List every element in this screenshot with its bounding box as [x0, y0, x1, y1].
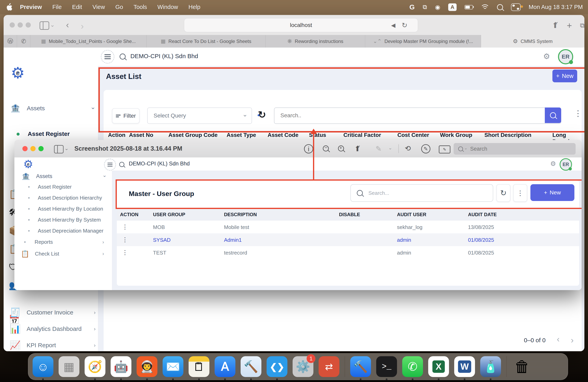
checklist-icon: 📋	[21, 250, 29, 258]
table-row[interactable]: ⋮ SYSAD Admin1 admin 01/08/2025	[117, 233, 579, 246]
tab-overview-icon[interactable]: ⧉	[580, 22, 584, 29]
info-icon[interactable]: i	[304, 144, 313, 153]
dock-finder-icon[interactable]: ☺	[33, 356, 53, 377]
dock-safari-icon[interactable]: 🧭	[84, 356, 105, 377]
pinned-tab-1[interactable]: Ⓦ	[4, 35, 17, 48]
play-circle-icon[interactable]: ◉	[435, 4, 440, 11]
chevron-right-icon: ›	[94, 310, 96, 315]
sidebar-item-customer-invoice[interactable]: 🧾 Customer Invoice ›	[10, 307, 96, 318]
sidebar-chevron-icon[interactable]: ›	[50, 25, 55, 27]
menu-window[interactable]: Window	[157, 4, 178, 10]
highlight-pen-icon[interactable]: ✎	[376, 145, 382, 153]
sidebar-group-assets[interactable]: 🏦 Assets ›	[10, 103, 94, 113]
dock-trash-icon[interactable]: 🗑	[512, 356, 533, 377]
gear-icon[interactable]: ⚙	[543, 52, 550, 61]
input-source-icon[interactable]: A	[448, 3, 457, 11]
chevron-right-icon: ›	[102, 251, 104, 256]
sidebar-toggle-icon[interactable]	[54, 145, 63, 153]
dock-mail-icon[interactable]: ✉️	[163, 356, 183, 377]
dock-notes-icon[interactable]: 🗒	[189, 356, 210, 377]
reload-icon[interactable]: ↻	[402, 21, 408, 29]
preview-search-field[interactable]: ›	[454, 143, 576, 155]
address-bar[interactable]: localhost ◀ ↻	[184, 18, 418, 32]
sidebar-item-analytics-dashboard[interactable]: 📊 Analytics Dashboard ›	[10, 324, 96, 334]
tab-gitlab[interactable]: ⌄⌃ Develop Master PM Grouping module (!.…	[365, 35, 481, 48]
close-button[interactable]	[22, 146, 28, 151]
pen-chevron-icon[interactable]: ›	[388, 148, 393, 150]
dock-xcode-icon[interactable]: 🔨	[241, 356, 261, 377]
col-work-group: Work Group	[440, 132, 472, 138]
wifi-icon[interactable]	[481, 4, 489, 10]
tab-chatgpt[interactable]: ❋ Rewording instructions	[265, 35, 365, 48]
tab-cmms-active[interactable]: ⚙ CMMS System	[481, 35, 584, 48]
zoom-button[interactable]	[38, 146, 43, 151]
sidebar-toggle-icon[interactable]	[40, 21, 49, 30]
back-icon[interactable]: ›	[66, 22, 69, 31]
menu-bar-clock[interactable]: Mon Aug 18 3:17 PM	[529, 4, 583, 10]
pinned-tab-2[interactable]: ✆	[17, 35, 30, 48]
dock-image-file-icon[interactable]: 🧴	[480, 356, 501, 377]
menu-toggle-button[interactable]	[101, 50, 114, 63]
menu-edit[interactable]: Edit	[72, 4, 82, 10]
dock-testflight-icon[interactable]: 🔨	[350, 356, 371, 377]
row-actions-icon[interactable]: ⋮	[122, 223, 128, 230]
row-actions-icon[interactable]: ⋮	[122, 236, 128, 243]
menu-tools[interactable]: Tools	[133, 4, 147, 10]
menu-help[interactable]: Help	[189, 4, 200, 10]
dock-word-icon[interactable]: W	[454, 356, 475, 377]
dock-whatsapp-icon[interactable]: ✆	[402, 356, 423, 377]
dock-terminal-icon[interactable]: >_	[376, 356, 397, 377]
dock-launchpad-icon[interactable]: ▦	[59, 356, 79, 377]
forward-icon[interactable]: ›	[81, 22, 84, 31]
page-next-icon[interactable]: ›	[571, 336, 574, 344]
tab-sheets-2[interactable]: ▦ React Core To Do List - Google Sheets	[147, 35, 265, 48]
row-actions-icon[interactable]: ⋮	[122, 249, 128, 256]
dock-screen-share-icon[interactable]: ⇄	[319, 356, 339, 377]
avatar[interactable]: ER	[558, 49, 573, 64]
col-asset-type: Asset Type	[227, 132, 256, 138]
dock-postman-icon[interactable]: 👨‍🚀	[137, 356, 157, 377]
dock-vscode-icon[interactable]: ❮❯	[267, 356, 287, 377]
dock-android-studio-icon[interactable]: 🤖	[111, 356, 131, 377]
minimize-button[interactable]	[18, 22, 23, 28]
dock-app-store-icon[interactable]: 𝖠	[215, 356, 235, 377]
rotate-icon[interactable]: ⟲	[405, 144, 411, 153]
sidebar-chevron-icon[interactable]: ›	[64, 149, 69, 150]
control-center-icon[interactable]	[511, 3, 521, 11]
share-icon[interactable]: ⬆̆	[552, 21, 558, 30]
menu-go[interactable]: Go	[115, 4, 123, 10]
grammarly-icon[interactable]: G	[409, 3, 415, 11]
menu-app-name[interactable]: Preview	[20, 4, 42, 10]
close-button[interactable]	[10, 22, 15, 28]
tab-sheets-1[interactable]: ▦ Mobile_Todo_List_Points - Google She..…	[30, 35, 147, 48]
battery-icon[interactable]	[465, 5, 473, 9]
new-tab-icon[interactable]: +	[567, 20, 572, 31]
table-row[interactable]: ⋮ TEST testrecord admin 01/08/2025	[117, 246, 579, 259]
mute-icon[interactable]: ◀	[391, 22, 395, 29]
sidebar-item-kpi-report[interactable]: 📈 KPI Report ›	[10, 340, 96, 350]
dock-settings-icon[interactable]: ⚙️ 1	[293, 356, 314, 377]
search-icon	[458, 146, 463, 151]
text-box-icon[interactable]: ✎	[439, 145, 450, 153]
sidebar-item-asset-register[interactable]: ● Asset Register	[16, 130, 70, 138]
company-search-icon[interactable]	[120, 54, 126, 59]
shot-company-name: DEMO-CPI (KL) Sdn Bhd	[129, 161, 190, 167]
dock-excel-icon[interactable]: X	[428, 356, 449, 377]
minimize-button[interactable]	[30, 146, 36, 151]
apple-menu-icon[interactable]	[6, 3, 13, 12]
invoice-icon: 🧾	[10, 307, 21, 318]
page-prev-icon[interactable]: ›	[557, 336, 560, 344]
table-row[interactable]: ⋮ MOB Mobile test sekhar_log 13/08/2025	[117, 221, 579, 233]
chevron-right-icon: ›	[94, 326, 96, 331]
share-icon[interactable]: ⬆̆	[354, 145, 360, 153]
preview-window: › Screenshot 2025-08-18 at 3.16.44 PM i …	[14, 140, 582, 290]
spotlight-icon[interactable]	[497, 4, 503, 10]
menu-file[interactable]: File	[52, 4, 62, 10]
preview-titlebar: › Screenshot 2025-08-18 at 3.16.44 PM i …	[14, 140, 582, 158]
markup-icon[interactable]: ✎	[421, 144, 430, 153]
copy-stack-icon[interactable]: ⧉	[423, 4, 427, 11]
hamburger-icon	[105, 53, 111, 60]
zoom-button[interactable]	[26, 22, 31, 28]
menu-view[interactable]: View	[92, 4, 105, 10]
preview-search-input[interactable]	[470, 146, 567, 152]
